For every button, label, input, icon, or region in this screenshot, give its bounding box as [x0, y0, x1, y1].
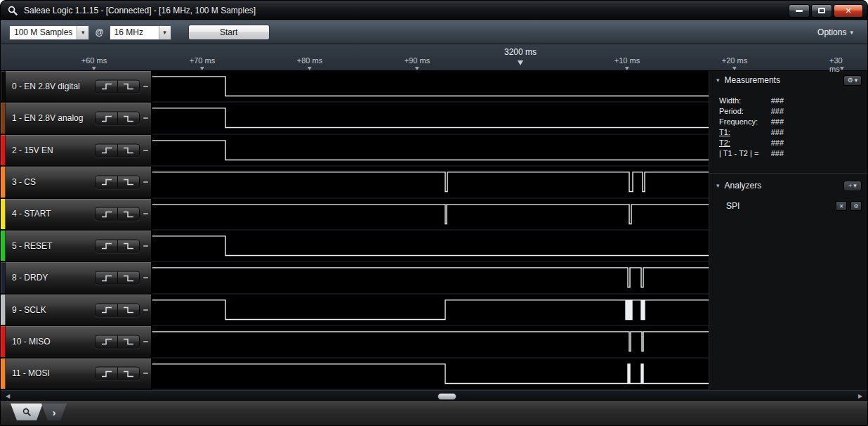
waveform-trace	[152, 359, 709, 389]
waveform-row[interactable]	[152, 262, 709, 294]
waveform-row[interactable]	[152, 199, 709, 231]
channel-resize-handle[interactable]	[143, 86, 148, 87]
measurement-value: ###	[764, 96, 784, 106]
remove-analyzer-button[interactable]: ✕	[836, 201, 847, 211]
falling-edge-trigger-button[interactable]	[117, 80, 139, 92]
tab-next[interactable]: ›	[41, 404, 67, 420]
app-magnifier-icon[interactable]	[8, 6, 18, 16]
collapse-triangle-icon[interactable]: ▾	[716, 77, 720, 84]
channel-resize-handle[interactable]	[143, 245, 148, 247]
channel-resize-handle[interactable]	[143, 213, 148, 214]
minimize-button[interactable]	[789, 4, 810, 18]
waveform-row[interactable]	[152, 71, 709, 103]
scrollbar-thumb[interactable]	[438, 393, 456, 400]
scroll-right-button[interactable]: ▶	[855, 391, 866, 401]
waveform-row[interactable]	[152, 231, 709, 262]
waveform-row[interactable]	[152, 135, 709, 167]
channel-row[interactable]: 11 - MOSI	[1, 359, 151, 390]
channel-label: 9 - SCLK	[12, 305, 46, 315]
channel-row[interactable]: 1 - EN 2.8V analog	[1, 103, 151, 134]
channel-row[interactable]: 10 - MISO	[1, 326, 151, 358]
trigger-button-group	[95, 143, 140, 157]
collapse-triangle-icon[interactable]: ▾	[716, 182, 720, 189]
falling-edge-trigger-button[interactable]	[117, 272, 139, 284]
wave-list[interactable]	[152, 71, 709, 390]
measurement-label[interactable]: T1:	[719, 127, 764, 138]
start-button[interactable]: Start	[188, 25, 270, 40]
gear-icon: ⚙	[853, 203, 858, 209]
rising-edge-trigger-button[interactable]	[96, 80, 117, 92]
measurement-value: ###	[764, 148, 784, 159]
falling-edge-trigger-button[interactable]	[117, 112, 139, 124]
measurement-label: Frequency:	[719, 117, 764, 127]
falling-edge-trigger-button[interactable]	[117, 144, 139, 156]
waveform-row[interactable]	[152, 167, 709, 198]
falling-edge-trigger-button[interactable]	[117, 368, 139, 380]
channel-resize-handle[interactable]	[143, 181, 148, 183]
trigger-button-group	[95, 112, 140, 125]
sample-rate-dropdown[interactable]: 16 MHz ▾	[110, 25, 171, 40]
falling-edge-trigger-button[interactable]	[117, 304, 139, 316]
samples-dropdown[interactable]: 100 M Samples ▾	[9, 25, 89, 40]
measurements-header[interactable]: ▾ Measurements ⚙ ▾	[709, 71, 867, 89]
channel-color-strip	[1, 199, 6, 229]
measurement-value: ###	[764, 117, 784, 127]
options-button[interactable]: Options ▾	[817, 27, 859, 37]
timeline-ruler[interactable]: 3200 ms +60 ms +70 ms +80 ms +90 ms +10 …	[1, 44, 867, 71]
channel-row[interactable]: 2 - 15V EN	[1, 135, 151, 167]
channel-resize-handle[interactable]	[143, 309, 148, 311]
maximize-button[interactable]	[811, 4, 832, 18]
analyzer-settings-button[interactable]: ⚙	[850, 201, 862, 211]
horizontal-scrollbar[interactable]: ◀ ▶	[1, 390, 867, 401]
channel-row[interactable]: 4 - START	[1, 199, 151, 231]
channel-color-strip	[1, 103, 6, 133]
falling-edge-trigger-button[interactable]	[117, 335, 139, 347]
channel-row[interactable]: 0 - EN 2.8V digital	[1, 71, 151, 103]
close-button[interactable]: ✕	[834, 4, 863, 18]
channel-label: 4 - START	[12, 209, 51, 219]
measurement-row: Width: ###	[719, 96, 863, 106]
rising-edge-trigger-button[interactable]	[96, 208, 117, 220]
scroll-left-button[interactable]: ◀	[2, 391, 13, 401]
rising-edge-trigger-button[interactable]	[96, 335, 117, 347]
rising-edge-trigger-button[interactable]	[96, 304, 117, 316]
channel-resize-handle[interactable]	[143, 341, 148, 342]
rising-edge-trigger-button[interactable]	[96, 176, 117, 188]
falling-edge-trigger-button[interactable]	[117, 208, 139, 220]
samples-dropdown-value: 100 M Samples	[10, 26, 77, 39]
trigger-button-group	[95, 303, 140, 316]
chevron-down-icon: ▾	[850, 29, 853, 36]
channel-row[interactable]: 9 - SCLK	[1, 295, 151, 326]
measurements-settings-button[interactable]: ⚙ ▾	[843, 75, 862, 86]
channel-resize-handle[interactable]	[143, 150, 148, 151]
channel-resize-handle[interactable]	[143, 277, 148, 278]
tab-search[interactable]	[11, 404, 43, 420]
channel-row[interactable]: 8 - DRDY	[1, 262, 151, 294]
channel-row[interactable]: 3 - CS	[1, 167, 151, 198]
channel-color-strip	[1, 359, 6, 389]
add-analyzer-button[interactable]: + ▾	[843, 181, 862, 191]
ruler-tick: +10 ms	[614, 56, 640, 65]
waveform-row[interactable]	[152, 326, 709, 358]
rising-edge-trigger-button[interactable]	[96, 144, 117, 156]
rising-edge-trigger-button[interactable]	[96, 368, 117, 380]
options-button-label: Options	[817, 27, 846, 37]
rising-edge-trigger-button[interactable]	[96, 112, 117, 124]
waveform-row[interactable]	[152, 295, 709, 326]
rising-edge-trigger-button[interactable]	[96, 240, 117, 252]
channel-resize-handle[interactable]	[143, 373, 148, 374]
chevron-down-icon: ▾	[855, 77, 858, 84]
waveform-trace	[152, 135, 709, 165]
waveform-row[interactable]	[152, 359, 709, 390]
measurement-label[interactable]: T2:	[719, 138, 764, 148]
falling-edge-trigger-button[interactable]	[117, 240, 139, 252]
waveform-row[interactable]	[152, 103, 709, 134]
channel-row[interactable]: 5 - RESET	[1, 231, 151, 262]
rising-edge-trigger-button[interactable]	[96, 272, 117, 284]
ruler-tick-label: +60 ms	[81, 56, 107, 65]
channel-label: 8 - DRDY	[12, 273, 48, 283]
analyzers-header[interactable]: ▾ Analyzers + ▾	[709, 176, 867, 195]
channel-resize-handle[interactable]	[143, 117, 148, 119]
falling-edge-trigger-button[interactable]	[117, 176, 139, 188]
analyzer-item[interactable]: SPI ✕ ⚙	[709, 195, 867, 215]
